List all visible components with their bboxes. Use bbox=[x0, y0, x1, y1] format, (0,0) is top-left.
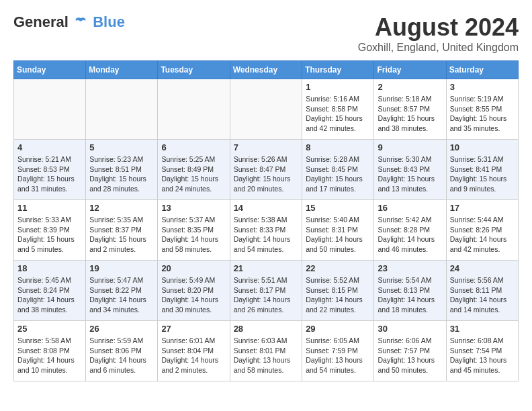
calendar-day-4: 4Sunrise: 5:21 AMSunset: 8:53 PMDaylight… bbox=[14, 140, 86, 200]
location-subtitle: Goxhill, England, United Kingdom bbox=[358, 42, 519, 54]
day-number: 20 bbox=[161, 263, 226, 273]
calendar-day-18: 18Sunrise: 5:45 AMSunset: 8:24 PMDayligh… bbox=[14, 261, 86, 321]
calendar-day-empty bbox=[158, 79, 230, 140]
day-info: Sunrise: 5:25 AMSunset: 8:49 PMDaylight:… bbox=[161, 154, 226, 194]
day-number: 24 bbox=[450, 263, 515, 273]
weekday-header-monday: Monday bbox=[86, 61, 158, 79]
calendar-week-row: 1Sunrise: 5:16 AMSunset: 8:58 PMDaylight… bbox=[14, 79, 519, 140]
day-info: Sunrise: 5:33 AMSunset: 8:39 PMDaylight:… bbox=[17, 215, 82, 255]
day-info: Sunrise: 5:51 AMSunset: 8:17 PMDaylight:… bbox=[234, 275, 299, 315]
day-info: Sunrise: 5:54 AMSunset: 8:13 PMDaylight:… bbox=[378, 275, 442, 315]
calendar-week-row: 11Sunrise: 5:33 AMSunset: 8:39 PMDayligh… bbox=[14, 200, 519, 261]
day-number: 31 bbox=[450, 324, 515, 334]
page-header: General Blue August 2024 Goxhill, Englan… bbox=[13, 13, 519, 54]
day-number: 16 bbox=[378, 203, 442, 213]
calendar-day-12: 12Sunrise: 5:35 AMSunset: 8:37 PMDayligh… bbox=[86, 200, 158, 261]
weekday-header-tuesday: Tuesday bbox=[158, 61, 230, 79]
day-number: 6 bbox=[161, 142, 226, 152]
day-info: Sunrise: 5:44 AMSunset: 8:26 PMDaylight:… bbox=[450, 215, 515, 255]
day-number: 3 bbox=[450, 82, 515, 92]
day-info: Sunrise: 5:52 AMSunset: 8:15 PMDaylight:… bbox=[306, 275, 370, 315]
day-number: 13 bbox=[161, 203, 226, 213]
calendar-day-19: 19Sunrise: 5:47 AMSunset: 8:22 PMDayligh… bbox=[86, 261, 158, 321]
calendar-day-29: 29Sunrise: 6:05 AMSunset: 7:59 PMDayligh… bbox=[302, 321, 374, 381]
calendar-day-11: 11Sunrise: 5:33 AMSunset: 8:39 PMDayligh… bbox=[14, 200, 86, 261]
calendar-day-6: 6Sunrise: 5:25 AMSunset: 8:49 PMDaylight… bbox=[158, 140, 230, 200]
day-number: 11 bbox=[17, 203, 82, 213]
day-info: Sunrise: 5:49 AMSunset: 8:20 PMDaylight:… bbox=[161, 275, 226, 315]
day-info: Sunrise: 5:19 AMSunset: 8:55 PMDaylight:… bbox=[450, 94, 515, 134]
day-number: 1 bbox=[306, 82, 370, 92]
calendar-day-21: 21Sunrise: 5:51 AMSunset: 8:17 PMDayligh… bbox=[230, 261, 302, 321]
calendar-day-23: 23Sunrise: 5:54 AMSunset: 8:13 PMDayligh… bbox=[374, 261, 446, 321]
logo-bird-icon bbox=[73, 15, 88, 30]
calendar-day-22: 22Sunrise: 5:52 AMSunset: 8:15 PMDayligh… bbox=[302, 261, 374, 321]
calendar-day-24: 24Sunrise: 5:56 AMSunset: 8:11 PMDayligh… bbox=[446, 261, 518, 321]
day-number: 17 bbox=[450, 203, 515, 213]
calendar-day-20: 20Sunrise: 5:49 AMSunset: 8:20 PMDayligh… bbox=[158, 261, 230, 321]
day-number: 25 bbox=[17, 324, 82, 334]
day-number: 12 bbox=[89, 203, 154, 213]
day-info: Sunrise: 5:58 AMSunset: 8:08 PMDaylight:… bbox=[17, 336, 82, 375]
calendar-day-10: 10Sunrise: 5:31 AMSunset: 8:41 PMDayligh… bbox=[446, 140, 518, 200]
day-number: 30 bbox=[378, 324, 442, 334]
day-number: 14 bbox=[234, 203, 299, 213]
day-number: 4 bbox=[17, 142, 82, 152]
day-info: Sunrise: 5:16 AMSunset: 8:58 PMDaylight:… bbox=[306, 94, 370, 134]
calendar-day-9: 9Sunrise: 5:30 AMSunset: 8:43 PMDaylight… bbox=[374, 140, 446, 200]
day-info: Sunrise: 5:23 AMSunset: 8:51 PMDaylight:… bbox=[89, 154, 154, 194]
day-number: 18 bbox=[17, 263, 82, 273]
weekday-header-friday: Friday bbox=[374, 61, 446, 79]
day-info: Sunrise: 5:35 AMSunset: 8:37 PMDaylight:… bbox=[89, 215, 154, 255]
day-info: Sunrise: 5:31 AMSunset: 8:41 PMDaylight:… bbox=[450, 154, 515, 194]
day-info: Sunrise: 5:26 AMSunset: 8:47 PMDaylight:… bbox=[234, 154, 299, 194]
day-number: 7 bbox=[234, 142, 299, 152]
day-number: 26 bbox=[89, 324, 154, 334]
day-info: Sunrise: 5:40 AMSunset: 8:31 PMDaylight:… bbox=[306, 215, 370, 255]
day-number: 10 bbox=[450, 142, 515, 152]
day-number: 19 bbox=[89, 263, 154, 273]
day-number: 22 bbox=[306, 263, 370, 273]
calendar-day-empty bbox=[14, 79, 86, 140]
calendar-day-16: 16Sunrise: 5:42 AMSunset: 8:28 PMDayligh… bbox=[374, 200, 446, 261]
day-info: Sunrise: 6:05 AMSunset: 7:59 PMDaylight:… bbox=[306, 336, 370, 375]
day-info: Sunrise: 6:01 AMSunset: 8:04 PMDaylight:… bbox=[161, 336, 226, 375]
calendar-day-28: 28Sunrise: 6:03 AMSunset: 8:01 PMDayligh… bbox=[230, 321, 302, 381]
day-info: Sunrise: 5:30 AMSunset: 8:43 PMDaylight:… bbox=[378, 154, 442, 194]
weekday-header-wednesday: Wednesday bbox=[230, 61, 302, 79]
calendar-day-30: 30Sunrise: 6:06 AMSunset: 7:57 PMDayligh… bbox=[374, 321, 446, 381]
calendar-week-row: 25Sunrise: 5:58 AMSunset: 8:08 PMDayligh… bbox=[14, 321, 519, 381]
day-info: Sunrise: 5:38 AMSunset: 8:33 PMDaylight:… bbox=[234, 215, 299, 255]
day-number: 27 bbox=[161, 324, 226, 334]
logo-general: General Blue bbox=[13, 13, 125, 31]
calendar-day-13: 13Sunrise: 5:37 AMSunset: 8:35 PMDayligh… bbox=[158, 200, 230, 261]
day-info: Sunrise: 5:56 AMSunset: 8:11 PMDaylight:… bbox=[450, 275, 515, 315]
calendar-day-14: 14Sunrise: 5:38 AMSunset: 8:33 PMDayligh… bbox=[230, 200, 302, 261]
day-info: Sunrise: 5:18 AMSunset: 8:57 PMDaylight:… bbox=[378, 94, 442, 134]
day-number: 23 bbox=[378, 263, 442, 273]
calendar-day-17: 17Sunrise: 5:44 AMSunset: 8:26 PMDayligh… bbox=[446, 200, 518, 261]
calendar-day-1: 1Sunrise: 5:16 AMSunset: 8:58 PMDaylight… bbox=[302, 79, 374, 140]
weekday-header-saturday: Saturday bbox=[446, 61, 518, 79]
calendar-day-26: 26Sunrise: 5:59 AMSunset: 8:06 PMDayligh… bbox=[86, 321, 158, 381]
day-number: 5 bbox=[89, 142, 154, 152]
calendar-day-15: 15Sunrise: 5:40 AMSunset: 8:31 PMDayligh… bbox=[302, 200, 374, 261]
day-number: 29 bbox=[306, 324, 370, 334]
calendar-week-row: 18Sunrise: 5:45 AMSunset: 8:24 PMDayligh… bbox=[14, 261, 519, 321]
day-number: 9 bbox=[378, 142, 442, 152]
calendar-day-empty bbox=[230, 79, 302, 140]
calendar-table: SundayMondayTuesdayWednesdayThursdayFrid… bbox=[13, 60, 519, 381]
day-number: 28 bbox=[234, 324, 299, 334]
calendar-day-27: 27Sunrise: 6:01 AMSunset: 8:04 PMDayligh… bbox=[158, 321, 230, 381]
month-year-title: August 2024 bbox=[358, 13, 519, 42]
title-section: August 2024 Goxhill, England, United Kin… bbox=[358, 13, 519, 54]
weekday-header-row: SundayMondayTuesdayWednesdayThursdayFrid… bbox=[14, 61, 519, 79]
day-info: Sunrise: 6:08 AMSunset: 7:54 PMDaylight:… bbox=[450, 336, 515, 375]
day-number: 15 bbox=[306, 203, 370, 213]
calendar-week-row: 4Sunrise: 5:21 AMSunset: 8:53 PMDaylight… bbox=[14, 140, 519, 200]
day-info: Sunrise: 6:06 AMSunset: 7:57 PMDaylight:… bbox=[378, 336, 442, 375]
logo: General Blue bbox=[13, 13, 125, 31]
day-info: Sunrise: 5:37 AMSunset: 8:35 PMDaylight:… bbox=[161, 215, 226, 255]
calendar-day-31: 31Sunrise: 6:08 AMSunset: 7:54 PMDayligh… bbox=[446, 321, 518, 381]
day-info: Sunrise: 5:45 AMSunset: 8:24 PMDaylight:… bbox=[17, 275, 82, 315]
